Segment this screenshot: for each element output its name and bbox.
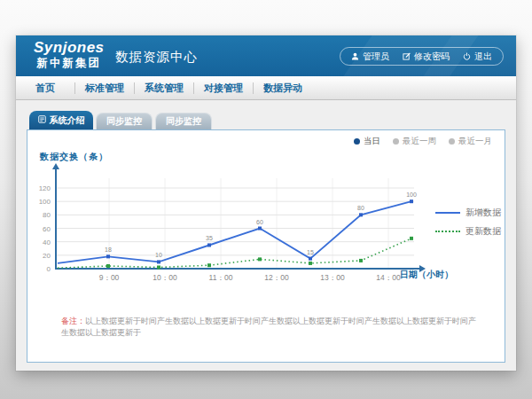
filter-label: 当日	[364, 136, 380, 147]
tab-sync-monitor-2[interactable]: 同步监控	[155, 113, 212, 129]
svg-text:13：00: 13：00	[320, 273, 345, 282]
change-password-label: 修改密码	[414, 51, 450, 63]
nav-item-home[interactable]: 首页	[16, 82, 74, 95]
nav-item-data-change[interactable]: 数据异动	[254, 82, 312, 95]
admin-user-button[interactable]: 管理员	[351, 51, 389, 63]
svg-text:12：00: 12：00	[264, 273, 289, 282]
filter-today[interactable]: 当日	[354, 136, 380, 147]
svg-text:80: 80	[43, 211, 51, 219]
svg-text:60: 60	[43, 225, 51, 233]
tab-label: 同步监控	[106, 115, 142, 128]
svg-text:15: 15	[307, 249, 314, 255]
page-title: 数据资源中心	[115, 49, 198, 66]
svg-text:9：00: 9：00	[99, 273, 120, 282]
footnote-text: 以上数据更新于时间产生数据以上数据更新于时间产生数据以上数据更新于时间产生数据以…	[61, 317, 476, 337]
line-chart: 0204060801001209：0010：0011：0012：0013：001…	[29, 160, 437, 293]
legend-item-new-data[interactable]: 新增数据	[435, 207, 501, 219]
svg-text:10：00: 10：00	[153, 273, 177, 282]
legend-label: 新增数据	[466, 207, 501, 219]
filter-label: 最近一月	[458, 136, 492, 147]
chart-canvas: 0204060801001209：0010：0011：0012：0013：001…	[29, 160, 437, 293]
chart-panel: 当日 最近一周 最近一月 数据交换（条） 0204060801001209：00…	[27, 129, 505, 363]
svg-text:11：00: 11：00	[209, 273, 233, 282]
tab-system-intro[interactable]: 系统介绍	[29, 111, 93, 129]
svg-text:18: 18	[105, 246, 112, 253]
logout-label: 退出	[474, 51, 492, 63]
filter-label: 最近一周	[403, 136, 436, 147]
browser-page: Synjones 新中新集团 数据资源中心 管理员 修改密码 退出	[16, 35, 516, 371]
radio-icon	[393, 138, 399, 145]
change-password-button[interactable]: 修改密码	[403, 51, 450, 63]
svg-text:100: 100	[39, 198, 51, 206]
legend-label: 更新数据	[466, 225, 501, 238]
logo-text-zh: 新中新集团	[34, 57, 105, 70]
svg-text:10: 10	[155, 252, 162, 258]
radio-icon	[354, 138, 360, 145]
chart-legend: 新增数据 更新数据	[435, 207, 501, 238]
tab-label: 同步监控	[166, 115, 201, 128]
svg-text:0: 0	[47, 265, 51, 273]
edit-icon	[403, 52, 411, 60]
tab-sync-monitor-1[interactable]: 同步监控	[96, 113, 153, 129]
svg-text:120: 120	[39, 184, 51, 192]
nav-item-integration-management[interactable]: 对接管理	[194, 82, 253, 95]
nav-item-system-management[interactable]: 系统管理	[135, 82, 193, 95]
svg-text:14：00: 14：00	[376, 273, 401, 282]
svg-text:80: 80	[357, 205, 364, 211]
main-nav: 首页 标准管理 系统管理 对接管理 数据异动	[16, 76, 516, 100]
svg-text:35: 35	[206, 235, 213, 241]
logout-button[interactable]: 退出	[463, 51, 492, 63]
footnote: 备注：以上数据更新于时间产生数据以上数据更新于时间产生数据以上数据更新于时间产生…	[61, 316, 478, 339]
user-actions-group: 管理员 修改密码 退出	[340, 47, 504, 66]
company-logo: Synjones 新中新集团	[34, 39, 105, 70]
app-header: Synjones 新中新集团 数据资源中心 管理员 修改密码 退出	[16, 35, 516, 76]
logo-text-en: Synjones	[34, 39, 105, 57]
filter-last-week[interactable]: 最近一周	[393, 136, 436, 147]
dotted-line-swatch-icon	[435, 231, 460, 232]
svg-text:100: 100	[406, 192, 417, 198]
power-icon	[463, 52, 471, 60]
user-icon	[351, 52, 359, 60]
filter-last-month[interactable]: 最近一月	[449, 136, 492, 147]
x-axis-title: 日期（小时）	[400, 269, 453, 281]
nav-item-standard-management[interactable]: 标准管理	[75, 82, 134, 95]
footnote-label: 备注：	[61, 317, 85, 325]
time-range-filters: 当日 最近一周 最近一月	[354, 136, 492, 147]
svg-text:20: 20	[43, 252, 51, 260]
document-icon	[38, 115, 46, 125]
tab-label: 系统介绍	[50, 114, 85, 127]
legend-item-updated-data[interactable]: 更新数据	[435, 225, 501, 238]
solid-line-swatch-icon	[435, 212, 460, 214]
admin-user-label: 管理员	[363, 51, 389, 63]
content-tabs: 系统介绍 同步监控 同步监控	[29, 111, 212, 129]
svg-text:60: 60	[256, 219, 263, 225]
svg-text:40: 40	[43, 239, 51, 246]
radio-icon	[449, 138, 455, 145]
